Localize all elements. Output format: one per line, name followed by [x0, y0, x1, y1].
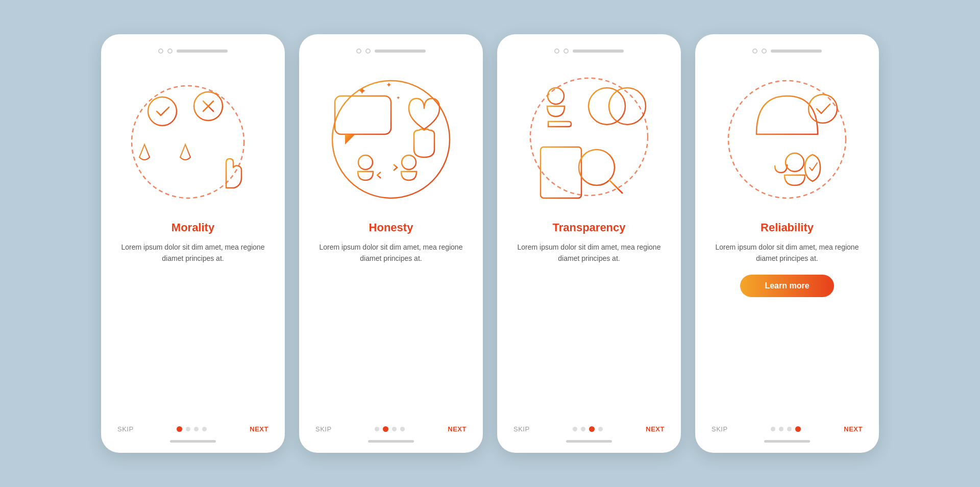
dot-3: [787, 427, 792, 431]
dot-3: [589, 426, 595, 432]
dot-2: [383, 426, 388, 432]
dot-1: [177, 426, 182, 432]
phone-top-bar-4: [707, 48, 867, 54]
pagination-dots-morality: [177, 426, 207, 432]
dot-4: [202, 427, 207, 431]
skip-button-honesty[interactable]: SKIP: [315, 425, 332, 433]
dot-4: [400, 427, 405, 431]
phone-card-honesty: ✦ ✦ ✦: [299, 34, 483, 453]
phone-top-bar-2: [311, 48, 471, 54]
next-button-morality[interactable]: NEXT: [250, 425, 268, 433]
learn-more-button[interactable]: Learn more: [740, 275, 834, 297]
card-desc-morality: Lorem ipsum dolor sit dim amet, mea regi…: [113, 241, 273, 264]
dot-3: [392, 427, 397, 431]
phone-top-bar-3: [509, 48, 669, 54]
pagination-dots-transparency: [573, 426, 603, 432]
phone-dot: [752, 48, 757, 54]
svg-text:✦: ✦: [396, 95, 400, 101]
dot-2: [186, 427, 190, 431]
next-button-reliability[interactable]: NEXT: [844, 425, 863, 433]
dot-4: [598, 427, 603, 431]
phone-bar: [375, 50, 426, 53]
dot-4: [795, 426, 801, 432]
svg-point-18: [358, 155, 373, 169]
phone-dot: [158, 48, 163, 54]
card-desc-honesty: Lorem ipsum dolor sit dim amet, mea regi…: [311, 241, 471, 264]
svg-point-0: [132, 86, 244, 198]
phone-dot: [356, 48, 361, 54]
phone-dot: [167, 48, 173, 54]
svg-text:✦: ✦: [386, 81, 392, 89]
illustration-honesty: ✦ ✦ ✦: [320, 63, 462, 216]
phone-card-reliability: Reliability Lorem ipsum dolor sit dim am…: [695, 34, 879, 453]
svg-point-24: [609, 88, 646, 125]
phone-card-transparency: Transparency Lorem ipsum dolor sit dim a…: [497, 34, 681, 453]
bottom-nav-morality: SKIP NEXT: [113, 425, 273, 433]
phone-card-morality: Morality Lorem ipsum dolor sit dim amet,…: [101, 34, 285, 453]
phone-bar: [177, 50, 228, 53]
svg-point-21: [402, 155, 416, 169]
svg-point-25: [548, 88, 564, 104]
bottom-nav-honesty: SKIP NEXT: [311, 425, 471, 433]
dot-3: [194, 427, 199, 431]
pagination-dots-reliability: [771, 426, 801, 432]
pagination-dots-honesty: [375, 426, 405, 432]
dot-1: [771, 427, 775, 431]
bottom-bar: [170, 440, 216, 443]
illustration-transparency: [518, 63, 660, 216]
svg-rect-26: [541, 147, 581, 198]
skip-button-transparency[interactable]: SKIP: [513, 425, 530, 433]
bottom-bar: [566, 440, 612, 443]
illustration-reliability: [716, 63, 859, 216]
phone-bar: [771, 50, 822, 53]
svg-text:✦: ✦: [358, 85, 366, 96]
phone-dot: [762, 48, 767, 54]
phone-dot: [564, 48, 569, 54]
card-title-reliability: Reliability: [761, 221, 814, 234]
dot-1: [375, 427, 379, 431]
dot-1: [573, 427, 577, 431]
bottom-bar: [764, 440, 810, 443]
screens-container: Morality Lorem ipsum dolor sit dim amet,…: [81, 14, 899, 473]
svg-point-23: [589, 88, 625, 125]
dot-2: [779, 427, 783, 431]
card-title-honesty: Honesty: [369, 221, 413, 234]
illustration-morality: [121, 63, 264, 216]
phone-bar: [573, 50, 624, 53]
phone-dot: [365, 48, 371, 54]
phone-dot: [554, 48, 559, 54]
bottom-bar: [368, 440, 414, 443]
next-button-honesty[interactable]: NEXT: [448, 425, 467, 433]
skip-button-morality[interactable]: SKIP: [117, 425, 134, 433]
bottom-nav-transparency: SKIP NEXT: [509, 425, 669, 433]
phone-top-bar: [113, 48, 273, 54]
bottom-nav-reliability: SKIP NEXT: [707, 425, 867, 433]
skip-button-reliability[interactable]: SKIP: [712, 425, 728, 433]
card-title-transparency: Transparency: [552, 221, 625, 234]
svg-point-36: [786, 153, 804, 172]
card-title-morality: Morality: [172, 221, 214, 234]
dot-2: [581, 427, 585, 431]
card-desc-transparency: Lorem ipsum dolor sit dim amet, mea regi…: [509, 241, 669, 264]
next-button-transparency[interactable]: NEXT: [646, 425, 665, 433]
card-desc-reliability: Lorem ipsum dolor sit dim amet, mea regi…: [707, 241, 867, 264]
svg-point-4: [148, 97, 177, 126]
